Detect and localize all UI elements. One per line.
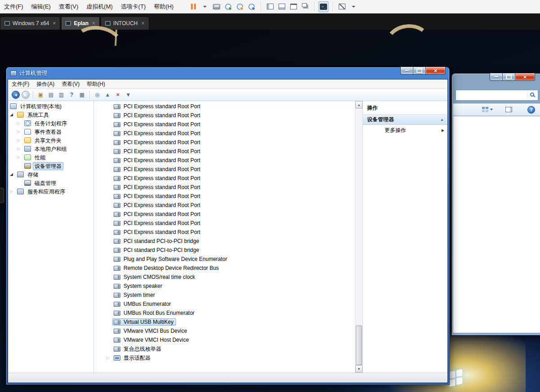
device-row[interactable]: PCI Express standard Root Port	[94, 120, 363, 129]
show-thumbnail-bar-button[interactable]	[277, 1, 287, 12]
device-row[interactable]: UMBus Enumerator	[94, 300, 363, 308]
update-driver-button[interactable]: ▲	[103, 91, 112, 99]
device-row[interactable]: PCI Express standard Root Port	[94, 111, 363, 120]
snapshot-manager-button[interactable]	[247, 1, 257, 12]
cm-menu-item-操作-a-[interactable]: 操作(A)	[33, 80, 58, 88]
show-action-pane-button[interactable]: ▦	[78, 91, 86, 99]
tree-item-磁盘管理[interactable]: 磁盘管理	[8, 179, 93, 187]
device-row[interactable]: PCI Express standard Root Port	[94, 210, 363, 219]
chevron-down-icon[interactable]	[490, 109, 493, 110]
properties-button[interactable]: ▥	[57, 91, 66, 99]
device-row[interactable]: Remote Desktop Device Redirector Bus	[94, 264, 363, 273]
tree-item-服务和应用程序[interactable]: 服务和应用程序	[8, 187, 93, 196]
collapse-icon[interactable]	[10, 172, 17, 176]
scroll-down-button[interactable]	[355, 365, 363, 373]
expand-icon[interactable]	[10, 189, 17, 194]
sidebar-toggle-handle[interactable]	[0, 188, 4, 203]
tab-close-icon[interactable]	[142, 21, 145, 26]
device-row[interactable]: Plug and Play Software Device Enumerator	[94, 255, 363, 264]
expand-icon[interactable]	[17, 121, 24, 125]
fullscreen-button[interactable]	[288, 1, 298, 12]
app-menu-item-文件-f-[interactable]: 文件(F)	[0, 0, 27, 13]
fit-menu-button[interactable]	[349, 1, 359, 12]
device-row[interactable]: UMBus Root Bus Enumerator	[94, 308, 363, 317]
device-row[interactable]: VMware VMCI Host Device	[94, 335, 363, 344]
suspend-menu-button[interactable]	[200, 1, 210, 12]
cm-menu-item-查看-v-[interactable]: 查看(V)	[58, 80, 83, 88]
expand-icon[interactable]	[106, 356, 114, 360]
revert-snapshot-button[interactable]	[235, 1, 245, 12]
scroll-up-button[interactable]	[355, 101, 363, 109]
device-category-row[interactable]: 显示适配器	[94, 353, 363, 362]
tree-item-本地用户和组[interactable]: 本地用户和组	[8, 145, 93, 153]
collapse-icon[interactable]	[10, 113, 17, 117]
tree-item-系统工具[interactable]: 系统工具	[8, 110, 93, 119]
device-row[interactable]: PCI Express standard Root Port	[94, 228, 363, 237]
device-row[interactable]: PCI Express standard Root Port	[94, 102, 363, 111]
vm-tab-windows-7-x64[interactable]: Windows 7 x64	[0, 17, 60, 30]
preview-pane-icon[interactable]	[505, 107, 512, 112]
tree-item-计算机管理-本地-[interactable]: 计算机管理(本地)	[8, 102, 93, 110]
close-button[interactable]	[515, 73, 535, 81]
background-window[interactable]	[452, 74, 540, 335]
app-menu-item-帮助-h-[interactable]: 帮助(H)	[150, 0, 177, 13]
tree-item-存储[interactable]: 存储	[8, 170, 93, 179]
disable-device-button[interactable]: ▼	[124, 91, 133, 99]
device-row[interactable]: PCI Express standard Root Port	[94, 147, 363, 156]
search-icon[interactable]	[530, 92, 534, 97]
device-row[interactable]: PCI Express standard Root Port	[94, 165, 363, 174]
app-menu-item-查看-v-[interactable]: 查看(V)	[55, 0, 82, 13]
device-row[interactable]: 复合总线枚举器	[94, 344, 363, 353]
search-input[interactable]	[456, 90, 538, 101]
tree-item-共享文件夹[interactable]: 共享文件夹	[8, 136, 93, 145]
expand-icon[interactable]	[17, 138, 24, 142]
tab-close-icon[interactable]	[92, 21, 95, 26]
device-row[interactable]: PCI Express standard Root Port	[94, 183, 363, 192]
uninstall-device-button[interactable]: ×	[114, 91, 122, 99]
device-row[interactable]: PCI Express standard Root Port	[94, 138, 363, 147]
console-view-button[interactable]	[319, 1, 328, 12]
unity-button[interactable]	[300, 1, 310, 12]
tree-item-设备管理器[interactable]: 设备管理器	[8, 162, 93, 170]
actions-section-header[interactable]: 设备管理器	[363, 115, 447, 125]
device-row[interactable]: PCI Express standard Root Port	[94, 201, 363, 210]
fit-guest-button[interactable]	[337, 1, 347, 12]
device-row[interactable]: PCI Express standard Root Port	[94, 174, 363, 183]
send-ctrl-alt-del-button[interactable]	[212, 1, 221, 12]
close-button[interactable]	[425, 67, 446, 75]
device-row[interactable]: System timer	[94, 291, 363, 300]
device-row[interactable]: System CMOS/real time clock	[94, 273, 363, 282]
tree-item-任务计划程序[interactable]: 任务计划程序	[8, 119, 93, 128]
minimize-button[interactable]	[400, 67, 413, 75]
tree-item-性能[interactable]: 性能	[8, 153, 93, 162]
help-icon[interactable]	[527, 106, 535, 114]
scrollbar-thumb[interactable]	[356, 326, 362, 365]
help-button[interactable]: ?	[67, 91, 76, 99]
scan-hardware-button[interactable]: ◎	[93, 91, 102, 99]
expand-icon[interactable]	[17, 147, 24, 151]
app-menu-item-虚拟机-m-[interactable]: 虚拟机(M)	[82, 0, 117, 13]
maximize-button[interactable]	[413, 67, 425, 75]
export-list-button[interactable]: ▤	[47, 91, 55, 99]
device-row[interactable]: PCI Express standard Root Port	[94, 192, 363, 201]
cm-menu-item-帮助-h-[interactable]: 帮助(H)	[83, 80, 109, 88]
app-menu-item-编辑-e-[interactable]: 编辑(E)	[27, 0, 55, 13]
vertical-scrollbar[interactable]	[355, 101, 363, 373]
show-console-tree-button[interactable]: ▣	[36, 91, 45, 99]
change-view-icon[interactable]	[482, 107, 488, 112]
device-row[interactable]: PCI Express standard Root Port	[94, 156, 363, 165]
collapse-section-icon[interactable]	[440, 118, 444, 122]
title-bar[interactable]: 计算机管理	[6, 67, 449, 79]
maximize-button[interactable]	[503, 73, 515, 81]
device-row[interactable]: PCI Express standard Root Port	[94, 129, 363, 138]
take-snapshot-button[interactable]	[223, 1, 233, 12]
device-row[interactable]: PCI standard PCI-to-PCI bridge	[94, 237, 363, 246]
minimize-button[interactable]	[490, 73, 503, 81]
device-row[interactable]: PCI standard PCI-to-PCI bridge	[94, 246, 363, 255]
suspend-button[interactable]	[188, 1, 198, 12]
tree-item-事件查看器[interactable]: 事件查看器	[8, 128, 93, 136]
back-button[interactable]: ◄	[12, 91, 20, 99]
expand-icon[interactable]	[17, 155, 24, 159]
device-row[interactable]: PCI Express standard Root Port	[94, 219, 363, 228]
expand-icon[interactable]	[17, 130, 24, 134]
